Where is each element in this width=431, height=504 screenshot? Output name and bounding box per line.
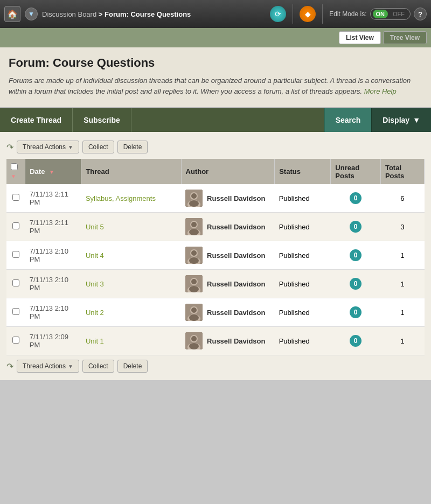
row-status-0: Published (275, 184, 331, 213)
thread-link-3[interactable]: Unit 3 (86, 280, 104, 288)
nav-arrow-button[interactable]: ▼ (25, 8, 38, 20)
bottom-thread-actions-chevron-icon: ▼ (68, 363, 73, 369)
svg-point-13 (191, 250, 197, 256)
row-total-2: 1 (380, 241, 424, 270)
action-arrow-icon: ↷ (6, 142, 13, 152)
col-header-author[interactable]: Author (181, 159, 275, 184)
view-toggle-bar: List View Tree View (0, 28, 431, 47)
row-thread-0: Syllabus, Assignments (81, 184, 181, 213)
teal-icon-button[interactable]: ⟳ (270, 6, 286, 22)
forum-title: Forum: Course Questions (9, 56, 422, 70)
author-name-4: Russell Davidson (207, 309, 265, 317)
row-checkbox-5[interactable] (12, 337, 19, 344)
nav-icons: ⟳ ◆ Edit Mode is: ON OFF ? (270, 4, 427, 24)
row-unread-3: 0 (331, 270, 381, 298)
svg-point-3 (191, 193, 197, 199)
row-date-2: 7/11/13 2:10 PM (25, 241, 81, 270)
collect-button[interactable]: Collect (82, 141, 114, 153)
bottom-collect-button[interactable]: Collect (82, 360, 114, 373)
svg-point-14 (189, 257, 199, 264)
thread-actions-chevron-icon: ▼ (68, 144, 73, 150)
author-avatar-1 (185, 218, 203, 235)
author-name-2: Russell Davidson (207, 251, 265, 260)
row-unread-2: 0 (331, 241, 381, 270)
search-button[interactable]: Search (324, 108, 372, 132)
create-thread-button[interactable]: Create Thread (0, 108, 73, 132)
author-avatar-4 (185, 304, 203, 321)
thread-link-4[interactable]: Unit 2 (86, 309, 104, 317)
display-button[interactable]: Display ▼ (371, 108, 431, 132)
sort-indicator-icon: ▼ (11, 173, 16, 179)
row-author-0: Russell Davidson (181, 184, 275, 213)
row-unread-0: 0 (331, 184, 381, 213)
svg-point-28 (191, 336, 197, 341)
unread-badge-3: 0 (350, 278, 362, 290)
col-header-total-posts: Total Posts (380, 159, 424, 184)
delete-button[interactable]: Delete (117, 141, 148, 153)
row-author-2: Russell Davidson (181, 241, 275, 270)
row-total-4: 1 (380, 298, 424, 327)
list-view-button[interactable]: List View (339, 31, 381, 44)
forum-header: Forum: Course Questions Forums are made … (0, 47, 431, 108)
row-status-4: Published (275, 298, 331, 327)
unread-badge-2: 0 (350, 249, 362, 261)
table-row: 7/11/13 2:09 PM Unit 1 Russell Davidson … (6, 327, 425, 355)
bottom-thread-actions-button[interactable]: Thread Actions ▼ (17, 360, 79, 373)
unread-badge-5: 0 (350, 335, 362, 347)
bottom-action-arrow-icon: ↷ (6, 361, 13, 372)
unread-badge-0: 0 (350, 192, 362, 204)
row-author-5: Russell Davidson (181, 327, 275, 355)
bottom-delete-button[interactable]: Delete (117, 360, 148, 373)
col-header-thread[interactable]: Thread (81, 159, 181, 184)
toggle-off-label: OFF (390, 10, 408, 18)
toolbar-spacer (131, 108, 324, 132)
row-date-4: 7/11/13 2:10 PM (25, 298, 81, 327)
row-checkbox-2[interactable] (12, 251, 19, 258)
edit-mode-label: Edit Mode is: (329, 10, 366, 18)
row-checkbox-0[interactable] (12, 194, 19, 201)
table-row: 7/11/13 2:10 PM Unit 3 Russell Davidson … (6, 270, 425, 298)
row-thread-1: Unit 5 (81, 213, 181, 241)
home-button[interactable]: 🏠 (4, 6, 20, 22)
col-header-status[interactable]: Status (275, 159, 331, 184)
row-author-1: Russell Davidson (181, 213, 275, 241)
author-name-3: Russell Davidson (207, 280, 265, 288)
breadcrumb-discussion-board[interactable]: Discussion Board (42, 10, 96, 18)
row-checkbox-1[interactable] (12, 222, 19, 229)
author-avatar-2 (185, 247, 203, 264)
subscribe-button[interactable]: Subscribe (73, 108, 131, 132)
thread-link-2[interactable]: Unit 4 (86, 251, 104, 260)
table-body: 7/11/13 2:11 PM Syllabus, Assignments Ru… (6, 184, 425, 355)
row-thread-3: Unit 3 (81, 270, 181, 298)
forum-description: Forums are made up of individual discuss… (9, 75, 422, 96)
row-checkbox-cell (6, 270, 25, 298)
row-status-3: Published (275, 270, 331, 298)
row-checkbox-cell (6, 213, 25, 241)
help-button[interactable]: ? (414, 8, 427, 20)
row-author-4: Russell Davidson (181, 298, 275, 327)
tree-view-button[interactable]: Tree View (383, 31, 427, 44)
col-header-unread-posts: Unread Posts (331, 159, 381, 184)
thread-link-1[interactable]: Unit 5 (86, 223, 104, 231)
select-all-checkbox[interactable] (11, 163, 18, 170)
table-row: 7/11/13 2:10 PM Unit 2 Russell Davidson … (6, 298, 425, 327)
row-total-3: 1 (380, 270, 424, 298)
row-checkbox-3[interactable] (12, 279, 19, 286)
toolbar-right: Search Display ▼ (324, 108, 431, 132)
row-date-1: 7/11/13 2:11 PM (25, 213, 81, 241)
row-checkbox-4[interactable] (12, 308, 19, 315)
row-total-1: 3 (380, 213, 424, 241)
thread-link-5[interactable]: Unit 1 (86, 337, 104, 345)
row-date-0: 7/11/13 2:11 PM (25, 184, 81, 213)
unread-badge-1: 0 (350, 221, 362, 233)
svg-point-18 (191, 279, 197, 284)
more-help-link[interactable]: More Help (364, 87, 397, 95)
thread-link-0[interactable]: Syllabus, Assignments (86, 194, 156, 202)
row-total-5: 1 (380, 327, 424, 355)
orange-icon-button[interactable]: ◆ (300, 6, 316, 22)
col-header-date[interactable]: Date ▼ (25, 159, 81, 184)
thread-actions-button[interactable]: Thread Actions ▼ (17, 141, 79, 153)
edit-mode-toggle[interactable]: ON OFF (370, 8, 411, 20)
unread-badge-4: 0 (350, 306, 362, 318)
top-action-row: ↷ Thread Actions ▼ Collect Delete (6, 137, 425, 157)
